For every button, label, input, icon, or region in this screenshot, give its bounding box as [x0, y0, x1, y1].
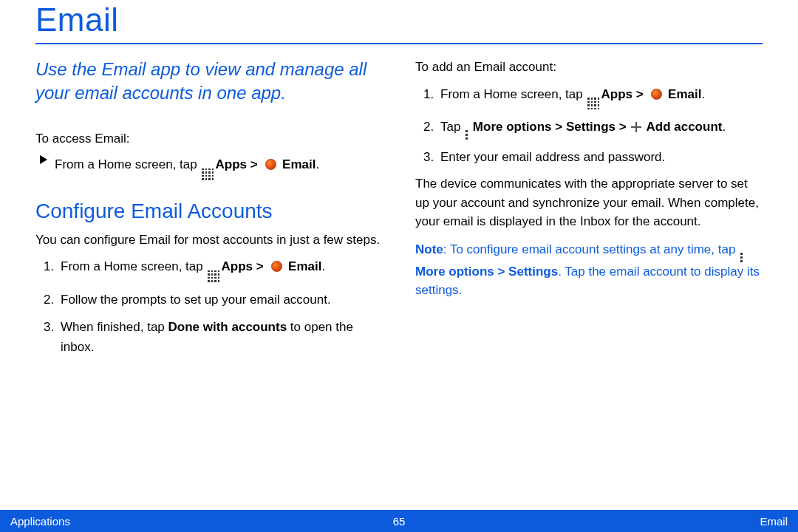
step1-prefix: From a Home screen, tap — [61, 259, 206, 273]
configure-subhead: Configure Email Accounts — [35, 200, 383, 223]
addstep2-add: Add account — [643, 120, 722, 134]
email-icon — [265, 159, 276, 170]
add-steps: From a Home screen, tap Apps > Email. Ta… — [415, 84, 763, 168]
server-paragraph: The device communicates with the appropr… — [415, 174, 763, 231]
plus-icon — [631, 122, 641, 132]
access-step-prefix: From a Home screen, tap — [55, 157, 200, 171]
left-column: Use the Email app to view and manage all… — [35, 58, 383, 364]
access-step: From a Home screen, tap Apps > Email. — [40, 155, 383, 180]
apps-grid-icon — [208, 270, 219, 282]
step3-prefix: When finished, tap — [61, 320, 168, 334]
title-rule — [35, 43, 763, 44]
apps-label: Apps > — [215, 157, 261, 171]
more-options-icon — [466, 130, 468, 140]
footer-right: Email — [760, 515, 788, 528]
page-title: Email — [35, 0, 763, 38]
add-step-1: From a Home screen, tap Apps > Email. — [437, 84, 763, 110]
step1-email: Email — [284, 259, 321, 273]
access-label: To access Email: — [35, 129, 383, 149]
addstep2-prefix: Tap — [440, 120, 464, 134]
configure-steps: From a Home screen, tap Apps > Email. Fo… — [35, 256, 383, 357]
addstep1-apps: Apps > — [601, 87, 647, 101]
addstep2-more: More options > Settings > — [469, 120, 630, 134]
triangle-bullet-icon — [40, 155, 47, 164]
add-step-3: Enter your email address and password. — [437, 147, 763, 167]
apps-grid-icon — [587, 98, 599, 109]
apps-grid-icon — [202, 168, 214, 180]
email-icon — [651, 89, 662, 100]
right-column: To add an Email account: From a Home scr… — [415, 58, 763, 364]
note-text-1: : To configure email account settings at… — [443, 242, 739, 256]
email-label: Email — [279, 157, 316, 171]
step1-apps: Apps > — [221, 259, 267, 273]
footer-left: Applications — [10, 515, 70, 528]
intro-text: Use the Email app to view and manage all… — [35, 58, 383, 106]
email-icon — [271, 261, 282, 272]
more-options-icon — [740, 253, 743, 262]
configure-step-3: When finished, tap Done with accounts to… — [58, 317, 383, 357]
note-label: Note — [415, 242, 443, 256]
note-block: Note: To configure email account setting… — [415, 240, 763, 300]
footer-page-number: 65 — [393, 515, 406, 528]
step3-bold: Done with accounts — [168, 320, 287, 334]
note-bold: More options > Settings — [415, 265, 558, 279]
content-columns: Use the Email app to view and manage all… — [35, 58, 763, 364]
add-step-2: Tap More options > Settings > Add accoun… — [437, 117, 763, 140]
addstep1-email: Email — [664, 87, 701, 101]
configure-step-1: From a Home screen, tap Apps > Email. — [58, 256, 383, 282]
configure-intro: You can configure Email for most account… — [35, 231, 383, 250]
add-label: To add an Email account: — [415, 58, 763, 77]
addstep1-prefix: From a Home screen, tap — [440, 87, 586, 101]
configure-step-2: Follow the prompts to set up your email … — [58, 290, 383, 310]
page-footer: Applications 65 Email — [0, 510, 798, 532]
